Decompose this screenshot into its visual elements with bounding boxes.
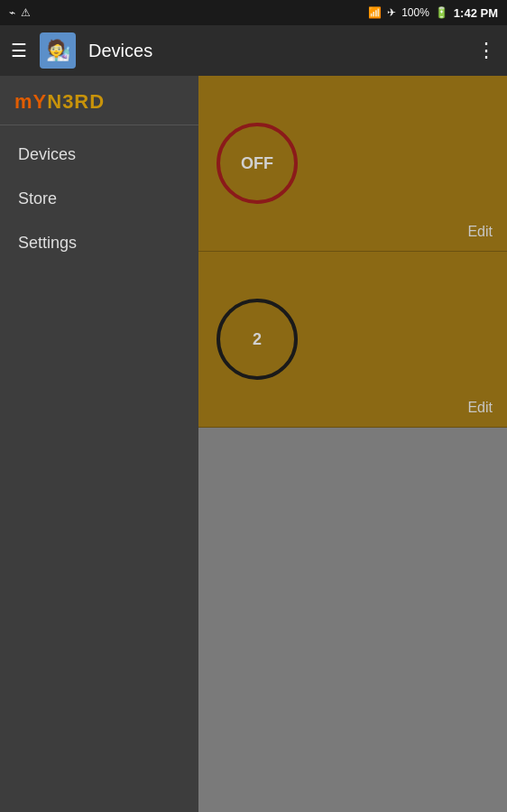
device-card-1: OFF Edit [198,76,507,252]
sidebar-item-devices-label: Devices [18,145,76,164]
battery-text: 100% [401,6,429,19]
logo-n3rd: N3RD [47,90,105,113]
sidebar-logo: mYN3RD [0,76,198,125]
status-bar: ⌁ ⚠ 📶 ✈ 100% 🔋 1:42 PM [0,0,507,25]
app-bar-title: Devices [88,41,464,61]
main-layout: mYN3RD Devices Store Settings OFF Edit 2… [0,76,507,812]
avatar-image: 🧑‍🔬 [46,39,70,62]
device-1-toggle-button[interactable]: OFF [217,123,298,204]
device-2-edit-button[interactable]: Edit [467,400,493,416]
sidebar-item-devices[interactable]: Devices [0,133,198,177]
sidebar-item-settings[interactable]: Settings [0,221,198,265]
hamburger-menu-icon[interactable]: ☰ [11,40,27,61]
empty-area [198,428,507,812]
usb-icon: ⌁ [9,6,15,19]
battery-icon: 🔋 [435,6,448,19]
content-area: OFF Edit 2 Edit [198,76,507,812]
sidebar-item-settings-label: Settings [18,234,77,253]
status-time: 1:42 PM [454,6,498,20]
logo-my: mY [14,90,47,113]
airplane-icon: ✈ [387,6,396,19]
sidebar-divider [0,125,198,125]
warning-icon: ⚠ [21,6,31,19]
avatar: 🧑‍🔬 [40,32,76,69]
wifi-icon: 📶 [368,6,382,19]
device-2-toggle-button[interactable]: 2 [217,299,298,380]
app-bar: ☰ 🧑‍🔬 Devices ⋮ [0,25,507,76]
device-1-edit-button[interactable]: Edit [467,224,493,240]
sidebar-item-store[interactable]: Store [0,177,198,221]
sidebar-item-store-label: Store [18,189,57,208]
sidebar: mYN3RD Devices Store Settings [0,76,198,812]
overflow-menu-icon[interactable]: ⋮ [476,39,496,62]
device-card-2: 2 Edit [198,252,507,428]
status-bar-right: 📶 ✈ 100% 🔋 1:42 PM [368,6,498,20]
status-bar-left: ⌁ ⚠ [9,6,31,19]
